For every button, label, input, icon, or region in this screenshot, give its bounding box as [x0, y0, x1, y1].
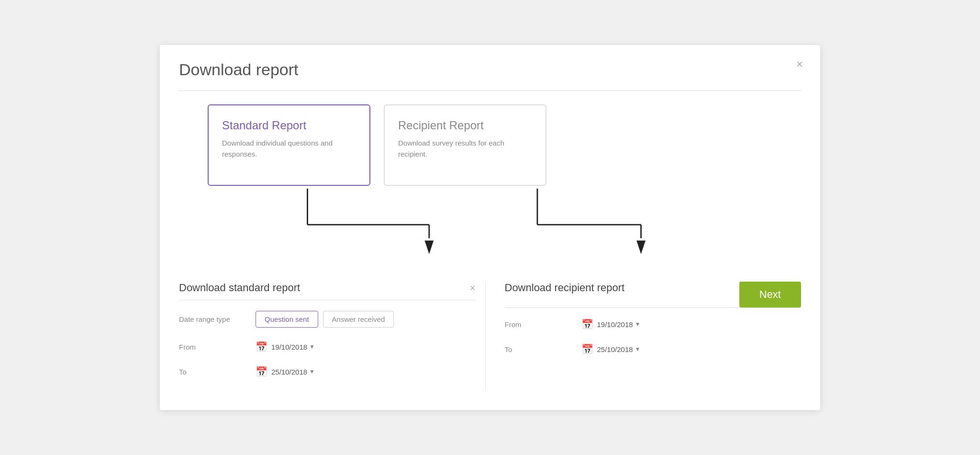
from-date-dropdown-standard[interactable]: 19/10/2018 ▼ [271, 343, 315, 351]
recipient-report-desc: Download survey results for each recipie… [398, 138, 532, 159]
recipient-panel-title: Download recipient report [505, 282, 625, 294]
to-label-standard: To [179, 368, 256, 376]
answer-received-button[interactable]: Answer received [323, 311, 394, 328]
to-row-recipient: To 📅 25/10/2018 ▼ [505, 343, 802, 355]
to-date-arrow-recipient: ▼ [635, 346, 641, 353]
to-date-arrow-standard: ▼ [309, 368, 315, 375]
modal-header: Download report × [179, 60, 801, 79]
calendar-icon-from-recipient: 📅 [581, 318, 593, 330]
question-sent-button[interactable]: Question sent [256, 311, 318, 328]
toggle-buttons: Question sent Answer received [256, 311, 394, 328]
standard-panel-title: Download standard report [179, 282, 300, 294]
report-cards-row: Standard Report Download individual ques… [179, 104, 801, 186]
date-range-type-row: Date range type Question sent Answer rec… [179, 311, 476, 328]
recipient-panel: Download recipient report Next From 📅 19… [485, 282, 802, 391]
from-date-value-recipient: 19/10/2018 [597, 320, 633, 329]
from-date-field-standard: 📅 19/10/2018 ▼ [256, 341, 315, 353]
to-date-value-standard: 25/10/2018 [271, 368, 307, 376]
calendar-icon-from-standard: 📅 [256, 341, 267, 353]
to-date-dropdown-standard[interactable]: 25/10/2018 ▼ [271, 368, 315, 376]
standard-report-desc: Download individual questions and respon… [222, 138, 356, 159]
calendar-icon-to-recipient: 📅 [581, 343, 593, 355]
to-date-value-recipient: 25/10/2018 [597, 345, 633, 353]
from-row-standard: From 📅 19/10/2018 ▼ [179, 341, 476, 353]
standard-panel-divider [179, 300, 476, 300]
standard-report-title: Standard Report [222, 119, 356, 132]
modal-container: Download report × Standard Report Downlo… [160, 45, 820, 410]
svg-marker-7 [636, 240, 646, 254]
svg-marker-3 [424, 240, 434, 254]
modal-title: Download report [179, 60, 801, 79]
next-button[interactable]: Next [739, 282, 801, 307]
to-date-field-recipient: 📅 25/10/2018 ▼ [581, 343, 641, 355]
to-date-field-standard: 📅 25/10/2018 ▼ [256, 366, 315, 377]
from-label-standard: From [179, 343, 256, 351]
to-row-standard: To 📅 25/10/2018 ▼ [179, 366, 476, 377]
arrows-diagram [179, 186, 801, 282]
date-range-label: Date range type [179, 315, 256, 323]
bottom-panels: Download standard report × Date range ty… [179, 282, 801, 391]
from-row-recipient: From 📅 19/10/2018 ▼ [505, 318, 802, 330]
standard-report-card[interactable]: Standard Report Download individual ques… [208, 104, 370, 186]
standard-panel: Download standard report × Date range ty… [179, 282, 485, 391]
to-label-recipient: To [505, 345, 581, 353]
calendar-icon-to-standard: 📅 [256, 366, 267, 377]
header-divider [179, 91, 801, 91]
standard-panel-header: Download standard report × [179, 282, 476, 294]
recipient-panel-divider [505, 307, 802, 308]
from-label-recipient: From [505, 320, 581, 329]
recipient-panel-top: Download recipient report Next [505, 282, 802, 307]
recipient-report-title: Recipient Report [398, 119, 532, 132]
recipient-report-card[interactable]: Recipient Report Download survey results… [384, 104, 546, 186]
from-date-dropdown-recipient[interactable]: 19/10/2018 ▼ [597, 320, 641, 329]
from-date-value-standard: 19/10/2018 [271, 343, 307, 351]
from-date-arrow-standard: ▼ [309, 343, 315, 350]
from-date-field-recipient: 📅 19/10/2018 ▼ [581, 318, 641, 330]
arrows-svg [179, 186, 801, 282]
modal-close-button[interactable]: × [796, 58, 803, 70]
to-date-dropdown-recipient[interactable]: 25/10/2018 ▼ [597, 345, 641, 353]
from-date-arrow-recipient: ▼ [635, 321, 641, 328]
standard-panel-close[interactable]: × [470, 283, 476, 294]
